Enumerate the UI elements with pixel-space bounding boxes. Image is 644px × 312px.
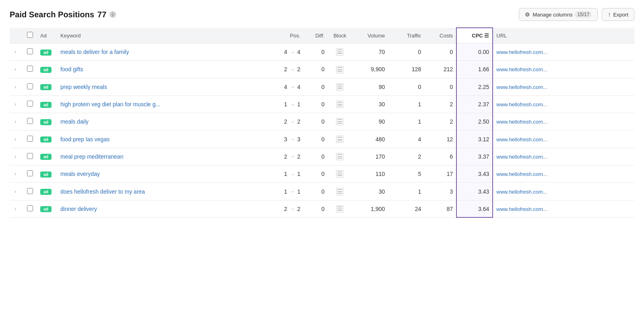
arrow-icon: → <box>290 153 295 159</box>
row-checkbox[interactable] <box>27 101 33 107</box>
cpc-cell: 3.64 <box>456 200 493 217</box>
table-row: › ad high protein veg diet plan for musc… <box>10 95 634 113</box>
arrow-icon: → <box>290 171 295 177</box>
url-link[interactable]: www.hellofresh.com... <box>496 171 547 177</box>
pos-cell: 4 → 4 <box>255 43 303 61</box>
url-link[interactable]: www.hellofresh.com... <box>496 136 547 143</box>
keyword-link[interactable]: meal prep mediterranean <box>60 153 123 160</box>
info-icon[interactable]: i <box>109 11 116 18</box>
keyword-link[interactable]: food gifts <box>60 66 83 72</box>
header-row: Paid Search Positions 77 i ⚙ Manage colu… <box>10 8 634 21</box>
pos-from: 2 <box>284 153 287 160</box>
url-link[interactable]: www.hellofresh.com... <box>496 119 547 125</box>
keyword-link[interactable]: dinner delivery <box>60 206 97 212</box>
expand-button[interactable]: › <box>13 101 18 108</box>
keyword-link[interactable]: food prep las vegas <box>60 136 109 143</box>
block-icon <box>336 83 343 91</box>
row-checkbox[interactable] <box>27 205 33 211</box>
costs-cell: 3 <box>424 183 456 200</box>
col-header-cpc[interactable]: CPC ☰ <box>456 28 493 43</box>
url-link[interactable]: www.hellofresh.com... <box>496 49 547 55</box>
header-right: ⚙ Manage columns 15/17 ↑ Export <box>519 8 634 21</box>
row-checkbox[interactable] <box>27 170 33 176</box>
keyword-cell: food prep las vegas <box>57 130 255 148</box>
url-link[interactable]: www.hellofresh.com... <box>496 101 547 107</box>
pos-cell: 3 → 3 <box>255 130 303 148</box>
expand-button[interactable]: › <box>13 170 18 178</box>
ad-cell: ad <box>37 113 57 130</box>
expand-button[interactable]: › <box>13 205 18 213</box>
expand-cell: › <box>10 78 23 95</box>
export-button[interactable]: ↑ Export <box>602 8 634 21</box>
columns-badge: 15/17 <box>575 11 592 18</box>
expand-button[interactable]: › <box>13 83 18 91</box>
keyword-link[interactable]: does hellofresh deliver to my area <box>60 188 145 195</box>
keyword-link[interactable]: meals to deliver for a family <box>60 49 129 55</box>
row-checkbox[interactable] <box>27 188 33 194</box>
url-link[interactable]: www.hellofresh.com... <box>496 154 547 160</box>
cpc-cell: 1.66 <box>456 61 493 78</box>
diff-cell: 0 <box>303 61 328 78</box>
keyword-link[interactable]: prep weekly meals <box>60 84 107 90</box>
traffic-cell: 1 <box>388 183 424 200</box>
url-cell: www.hellofresh.com... <box>493 165 634 183</box>
block-icon <box>336 118 343 125</box>
block-cell <box>328 183 352 200</box>
select-all-checkbox[interactable] <box>27 32 33 38</box>
block-icon <box>336 188 343 195</box>
cpc-cell: 3.37 <box>456 148 493 165</box>
expand-cell: › <box>10 61 23 78</box>
ad-cell: ad <box>37 200 57 217</box>
pos-to: 2 <box>297 66 301 72</box>
keyword-link[interactable]: meals everyday <box>60 171 100 177</box>
expand-button[interactable]: › <box>13 118 18 125</box>
table-row: › ad meal prep mediterranean 2 → 2 0 170… <box>10 148 634 165</box>
volume-cell: 110 <box>352 165 388 183</box>
row-checkbox[interactable] <box>27 136 33 142</box>
expand-button[interactable]: › <box>13 136 18 143</box>
checkbox-cell <box>23 200 37 217</box>
row-checkbox[interactable] <box>27 118 33 124</box>
manage-columns-label: Manage columns <box>533 12 572 18</box>
volume-cell: 90 <box>352 113 388 130</box>
url-cell: www.hellofresh.com... <box>493 113 634 130</box>
url-link[interactable]: www.hellofresh.com... <box>496 84 547 90</box>
url-link[interactable]: www.hellofresh.com... <box>496 66 547 72</box>
arrow-icon: → <box>290 119 295 125</box>
row-checkbox[interactable] <box>27 66 33 72</box>
checkbox-cell <box>23 95 37 113</box>
keyword-link[interactable]: high protein veg diet plan for muscle g.… <box>60 101 160 107</box>
page-title: Paid Search Positions <box>10 10 94 19</box>
costs-cell: 2 <box>424 95 456 113</box>
url-link[interactable]: www.hellofresh.com... <box>496 189 547 195</box>
expand-button[interactable]: › <box>13 188 18 195</box>
manage-columns-button[interactable]: ⚙ Manage columns 15/17 <box>519 8 598 21</box>
expand-button[interactable]: › <box>13 66 18 73</box>
table-header-row: Ad Keyword Pos. Diff. Block Volume Traff… <box>10 28 634 43</box>
pos-from: 1 <box>284 188 287 195</box>
traffic-cell: 0 <box>388 43 424 61</box>
pos-cell: 2 → 2 <box>255 148 303 165</box>
traffic-cell: 1 <box>388 95 424 113</box>
url-link[interactable]: www.hellofresh.com... <box>496 206 547 212</box>
row-checkbox[interactable] <box>27 83 33 89</box>
expand-button[interactable]: › <box>13 48 18 56</box>
col-header-url: URL <box>493 28 634 43</box>
traffic-cell: 0 <box>388 78 424 95</box>
row-checkbox[interactable] <box>27 153 33 159</box>
checkbox-cell <box>23 61 37 78</box>
row-checkbox[interactable] <box>27 48 33 54</box>
col-header-ad: Ad <box>37 28 57 43</box>
keyword-link[interactable]: meals daily <box>60 118 89 125</box>
block-icon <box>336 136 343 143</box>
pos-from: 1 <box>284 171 287 177</box>
volume-cell: 90 <box>352 78 388 95</box>
col-header-checkbox <box>23 28 37 43</box>
pos-to: 1 <box>297 101 301 107</box>
traffic-cell: 1 <box>388 113 424 130</box>
pos-from: 2 <box>284 206 287 212</box>
expand-button[interactable]: › <box>13 153 18 160</box>
block-icon <box>336 48 343 56</box>
pos-from: 4 <box>284 84 287 90</box>
arrow-icon: → <box>290 66 295 72</box>
